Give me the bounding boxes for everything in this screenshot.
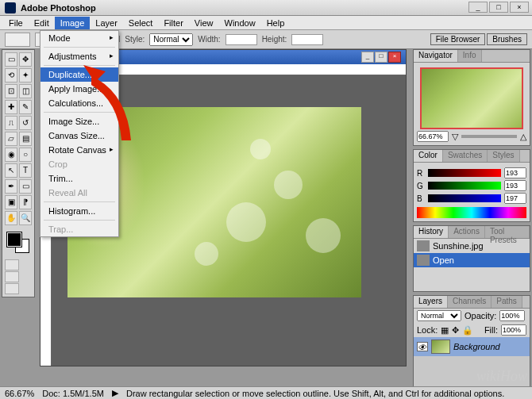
zoom-tool[interactable]: 🔍: [19, 211, 32, 225]
tab-layers[interactable]: Layers: [414, 296, 448, 308]
screenmode-icon[interactable]: [5, 271, 19, 282]
slice-tool[interactable]: ◫: [19, 84, 32, 98]
menu-filter[interactable]: Filter: [158, 17, 188, 29]
b-input[interactable]: [504, 193, 526, 204]
style-select[interactable]: Normal: [149, 33, 193, 46]
g-slider[interactable]: [428, 182, 501, 190]
menu-item-histogram[interactable]: Histogram...: [40, 204, 118, 218]
history-step[interactable]: Open: [414, 253, 530, 267]
height-input[interactable]: [291, 34, 323, 45]
tool-preset-picker[interactable]: [5, 33, 30, 47]
notes-tool[interactable]: ▣: [5, 195, 17, 209]
menu-item-canvas-size[interactable]: Canvas Size...: [40, 129, 118, 143]
menu-layer[interactable]: Layer: [90, 17, 123, 29]
tab-paths[interactable]: Paths: [492, 296, 522, 308]
brush-tool[interactable]: ✎: [19, 100, 32, 114]
quickmask-icon[interactable]: [5, 259, 19, 270]
eyedropper-tool[interactable]: ⁋: [19, 195, 32, 209]
hand-tool[interactable]: ✋: [5, 211, 17, 225]
wand-tool[interactable]: ✦: [19, 68, 32, 82]
zoom-in-icon[interactable]: △: [520, 132, 526, 142]
navigator-thumbnail[interactable]: [420, 67, 523, 129]
tab-actions[interactable]: Actions: [449, 226, 485, 238]
blur-tool[interactable]: ◉: [5, 148, 17, 162]
move-tool[interactable]: ✥: [19, 52, 32, 67]
color-swatches[interactable]: [4, 231, 33, 255]
history-brush-tool[interactable]: ↺: [19, 116, 32, 130]
menu-item-adjustments[interactable]: Adjustments: [40, 49, 118, 63]
visibility-icon[interactable]: 👁: [417, 342, 428, 351]
status-zoom[interactable]: 66.67%: [5, 389, 34, 398]
lock-position-icon[interactable]: ✥: [452, 325, 459, 336]
menu-help[interactable]: Help: [261, 17, 291, 29]
fill-input[interactable]: [501, 324, 526, 336]
zoom-input[interactable]: [417, 131, 449, 142]
layer-thumbnail-icon: [431, 340, 450, 354]
file-browser-button[interactable]: File Browser: [430, 33, 486, 45]
zoom-out-icon[interactable]: ▽: [452, 132, 458, 142]
tab-channels[interactable]: Channels: [448, 296, 492, 308]
color-spectrum[interactable]: [417, 207, 526, 218]
doc-maximize-button[interactable]: □: [375, 52, 387, 63]
menu-file[interactable]: File: [3, 17, 29, 29]
lasso-tool[interactable]: ⟲: [5, 68, 17, 82]
shape-tool[interactable]: ▭: [19, 179, 32, 194]
history-panel: HistoryActionsTool Presets Sunshine.jpg …: [413, 225, 530, 292]
heal-tool[interactable]: ✚: [5, 100, 17, 114]
tab-swatches[interactable]: Swatches: [443, 150, 488, 162]
app-logo-icon: [5, 2, 16, 13]
doc-minimize-button[interactable]: _: [361, 52, 374, 63]
tab-styles[interactable]: Styles: [488, 150, 519, 162]
menu-item-duplicate[interactable]: Duplicate...: [40, 67, 118, 82]
g-label: G: [417, 182, 425, 190]
eraser-tool[interactable]: ▱: [5, 132, 17, 146]
menu-image[interactable]: Image: [55, 17, 91, 29]
menu-select[interactable]: Select: [123, 17, 159, 29]
blend-mode-select[interactable]: Normal: [417, 310, 461, 321]
g-input[interactable]: [504, 180, 526, 191]
image-menu-dropdown: ModeAdjustmentsDuplicate...Apply Image..…: [40, 30, 119, 237]
brushes-button[interactable]: Brushes: [487, 33, 527, 45]
r-label: R: [417, 169, 425, 178]
tab-color[interactable]: Color: [414, 150, 443, 162]
tab-tool-presets[interactable]: Tool Presets: [485, 226, 530, 238]
menu-window[interactable]: Window: [219, 17, 261, 29]
menu-item-apply-image[interactable]: Apply Image...: [40, 82, 118, 96]
zoom-slider[interactable]: [461, 135, 517, 138]
type-tool[interactable]: T: [19, 163, 32, 178]
menu-item-trim[interactable]: Trim...: [40, 171, 118, 186]
dodge-tool[interactable]: ○: [19, 148, 32, 162]
layer-row[interactable]: 👁 Background: [414, 337, 530, 356]
tab-navigator[interactable]: Navigator: [414, 50, 458, 62]
opacity-input[interactable]: [499, 310, 525, 321]
stamp-tool[interactable]: ⎍: [5, 116, 17, 130]
gradient-tool[interactable]: ▤: [19, 132, 32, 146]
panel-dock: NavigatorInfo ▽ △ ColorSwatchesStyles R …: [413, 49, 530, 399]
width-input[interactable]: [226, 34, 257, 45]
jump-icon[interactable]: [5, 283, 19, 294]
doc-close-button[interactable]: ×: [388, 52, 401, 63]
history-step-icon: [417, 255, 430, 266]
color-panel: ColorSwatchesStyles R G B: [413, 149, 530, 222]
menu-view[interactable]: View: [189, 17, 219, 29]
r-slider[interactable]: [428, 169, 501, 177]
crop-tool[interactable]: ⊡: [5, 84, 17, 98]
menu-item-mode[interactable]: Mode: [40, 31, 118, 45]
lock-pixels-icon[interactable]: ▦: [441, 325, 449, 336]
close-button[interactable]: ×: [510, 2, 529, 13]
b-slider[interactable]: [428, 194, 501, 202]
path-tool[interactable]: ↖: [5, 163, 17, 178]
navigator-panel: NavigatorInfo ▽ △: [413, 49, 530, 146]
lock-all-icon[interactable]: 🔒: [462, 325, 473, 336]
r-input[interactable]: [504, 167, 526, 178]
menu-item-calculations[interactable]: Calculations...: [40, 96, 118, 110]
menu-item-image-size[interactable]: Image Size...: [40, 114, 118, 129]
maximize-button[interactable]: □: [489, 2, 508, 13]
minimize-button[interactable]: _: [468, 2, 488, 13]
tab-history[interactable]: History: [414, 226, 449, 238]
menu-edit[interactable]: Edit: [29, 17, 55, 29]
pen-tool[interactable]: ✒: [5, 179, 17, 194]
tab-info[interactable]: Info: [458, 50, 482, 62]
marquee-tool[interactable]: ▭: [5, 52, 17, 67]
menu-item-rotate-canvas[interactable]: Rotate Canvas: [40, 143, 118, 157]
